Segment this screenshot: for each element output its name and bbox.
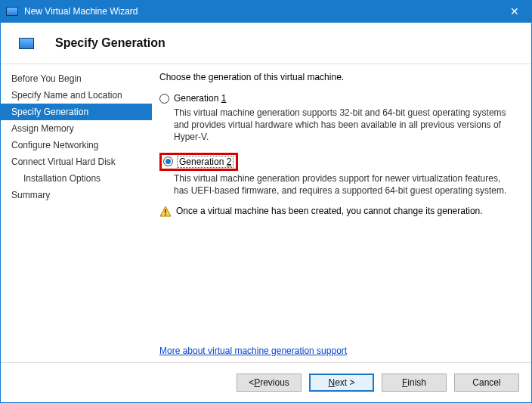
main-area: Before You Begin Specify Name and Locati… xyxy=(1,64,531,362)
window-body: Specify Generation Before You Begin Spec… xyxy=(0,23,532,403)
page-title: Specify Generation xyxy=(55,36,165,50)
content-pane: Choose the generation of this virtual ma… xyxy=(152,64,531,362)
page-icon xyxy=(19,38,34,49)
svg-rect-2 xyxy=(165,214,166,215)
step-specify-name-location[interactable]: Specify Name and Location xyxy=(1,87,152,104)
instruction-text: Choose the generation of this virtual ma… xyxy=(159,72,516,82)
radio-unchecked-icon[interactable] xyxy=(159,94,169,104)
header-area: Specify Generation xyxy=(1,23,531,64)
generation-1-description: This virtual machine generation supports… xyxy=(174,107,516,144)
title-bar: New Virtual Machine Wizard ✕ xyxy=(0,0,532,23)
warning-text: Once a virtual machine has been created,… xyxy=(176,206,483,216)
step-configure-networking[interactable]: Configure Networking xyxy=(1,137,152,153)
generation-1-option[interactable]: Generation 1 xyxy=(159,93,516,104)
generation-2-option[interactable]: Generation 2 xyxy=(159,153,238,171)
generation-2-label[interactable]: Generation 2 xyxy=(178,157,233,167)
step-assign-memory[interactable]: Assign Memory xyxy=(1,120,152,137)
generation-1-label[interactable]: Generation 1 xyxy=(174,93,226,104)
close-button[interactable]: ✕ xyxy=(497,0,532,23)
step-connect-vhd[interactable]: Connect Virtual Hard Disk xyxy=(1,153,152,170)
svg-rect-1 xyxy=(165,209,166,213)
previous-button[interactable]: < Previous xyxy=(237,374,302,392)
next-button[interactable]: Next > xyxy=(309,374,374,392)
more-about-link[interactable]: More about virtual machine generation su… xyxy=(159,346,347,356)
window-title: New Virtual Machine Wizard xyxy=(24,6,138,17)
step-before-you-begin[interactable]: Before You Begin xyxy=(1,70,152,87)
step-summary[interactable]: Summary xyxy=(1,187,152,203)
wizard-steps-sidebar: Before You Begin Specify Name and Locati… xyxy=(1,64,152,362)
step-specify-generation[interactable]: Specify Generation xyxy=(1,104,152,120)
finish-button[interactable]: Finish xyxy=(382,374,447,392)
button-bar: < Previous Next > Finish Cancel xyxy=(1,362,531,402)
cancel-button[interactable]: Cancel xyxy=(454,374,519,392)
step-installation-options[interactable]: Installation Options xyxy=(1,170,152,187)
radio-checked-icon[interactable] xyxy=(163,157,173,166)
warning-icon xyxy=(159,206,172,220)
generation-2-description: This virtual machine generation provides… xyxy=(174,172,516,197)
warning-row: Once a virtual machine has been created,… xyxy=(159,206,516,220)
wizard-icon xyxy=(6,7,18,16)
